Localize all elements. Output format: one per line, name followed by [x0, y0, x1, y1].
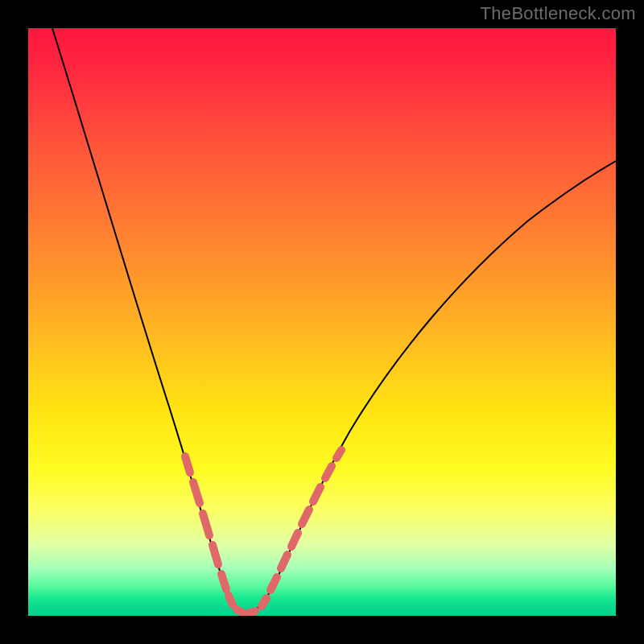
- dash-seg: [302, 510, 309, 524]
- dash-seg: [193, 482, 200, 503]
- dash-overlay-left: [185, 456, 233, 605]
- dash-seg: [248, 611, 255, 613]
- dash-seg: [325, 466, 332, 478]
- dash-seg: [237, 609, 242, 613]
- dash-overlay-right: [262, 450, 341, 606]
- watermark-text: TheBottleneck.com: [481, 3, 636, 24]
- dash-seg: [221, 574, 226, 589]
- curve-svg: [28, 28, 616, 616]
- chart-frame: TheBottleneck.com: [0, 0, 644, 644]
- dash-overlay-bottom: [237, 609, 255, 613]
- dash-seg: [213, 545, 218, 564]
- dash-seg: [336, 450, 341, 458]
- plot-area: [28, 28, 616, 616]
- dash-seg: [203, 514, 209, 535]
- dash-seg: [270, 577, 277, 590]
- dash-seg: [262, 598, 266, 606]
- dash-seg: [291, 533, 298, 547]
- dash-seg: [185, 456, 190, 473]
- dash-seg: [281, 555, 287, 568]
- bottleneck-curve: [52, 28, 616, 613]
- dash-seg: [313, 487, 320, 502]
- dash-seg: [229, 596, 233, 605]
